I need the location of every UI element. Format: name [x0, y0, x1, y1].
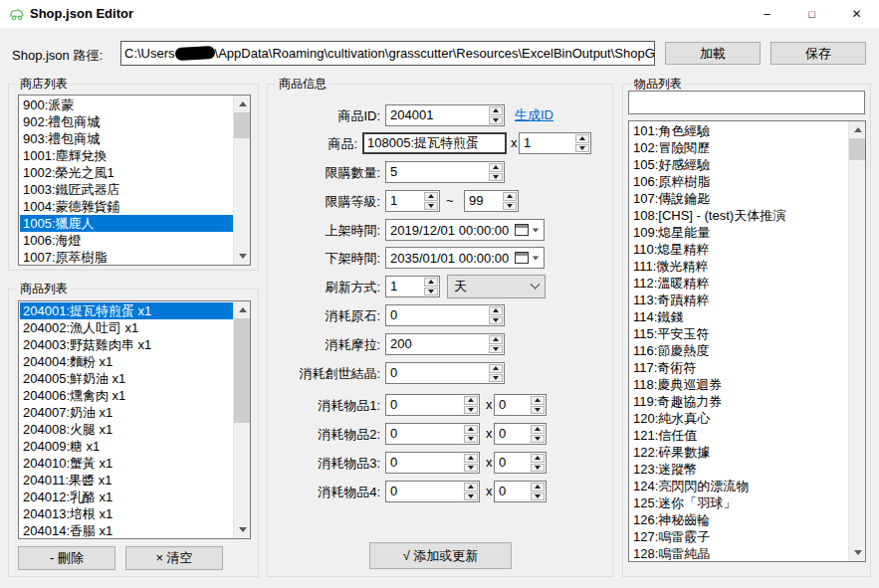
item-list-item[interactable]: 107:傳說鑰匙	[630, 190, 848, 207]
item-list-item[interactable]: 109:熄星能量	[630, 224, 848, 241]
shop-list-item[interactable]: 1004:蒙德雜貨鋪	[20, 198, 233, 215]
refresh-unit-select[interactable]: 天	[447, 275, 546, 298]
begin-time-value[interactable]: 2019/12/01 00:00:00	[390, 223, 515, 238]
item-list-item[interactable]: 124:亮閃閃的漂流物	[630, 478, 848, 494]
item-list-item[interactable]: 122:碎果數據	[630, 444, 848, 461]
item-list-item[interactable]: 108:[CHS] - (test)天体推演	[630, 207, 848, 224]
goods-list-item[interactable]: 204006:燻禽肉 x1	[20, 387, 233, 404]
spin-down-icon[interactable]	[489, 374, 503, 383]
item-list-item[interactable]: 102:冒險閱歷	[630, 139, 848, 156]
spin-down-icon[interactable]	[503, 202, 517, 211]
cost-item1-id-spinner[interactable]: 0	[385, 394, 480, 416]
goods-id-spinner[interactable]: 204001	[385, 104, 505, 126]
calendar-icon[interactable]	[515, 224, 529, 236]
spin-up-icon[interactable]	[424, 278, 438, 287]
scroll-thumb[interactable]	[849, 138, 866, 160]
spin-down-icon[interactable]	[464, 492, 478, 501]
spin-up-icon[interactable]	[464, 425, 478, 434]
buy-limit-value[interactable]: 5	[386, 162, 488, 182]
item-list-item[interactable]: 128:鳴雷純晶	[630, 545, 848, 560]
shop-list-item[interactable]: 1005:獵鹿人	[20, 215, 233, 232]
scroll-down-icon[interactable]	[234, 521, 251, 538]
cost-item4-id-spinner[interactable]: 0	[385, 481, 480, 502]
spin-down-icon[interactable]	[531, 435, 545, 444]
goods-list-item[interactable]: 204013:培根 x1	[20, 505, 233, 522]
spin-down-icon[interactable]	[424, 202, 438, 211]
end-time-picker[interactable]: 2035/01/01 00:00:00	[385, 247, 545, 269]
shop-list-item[interactable]: 1007:原萃樹脂	[20, 249, 233, 264]
goods-list-item[interactable]: 204010:蟹黃 x1	[20, 455, 233, 472]
goods-list-item[interactable]: 204014:香腸 x1	[20, 522, 233, 537]
item-list-item[interactable]: 106:原粹樹脂	[630, 173, 848, 190]
cost-scoin-value[interactable]: 200	[386, 334, 488, 354]
spin-up-icon[interactable]	[464, 396, 478, 405]
spin-up-icon[interactable]	[424, 192, 438, 201]
buy-limit-spinner[interactable]: 5	[385, 161, 505, 183]
generate-id-link[interactable]: 生成ID	[515, 107, 553, 123]
level-max-spinner[interactable]: 99	[464, 190, 519, 212]
maximize-button[interactable]: □	[789, 0, 834, 28]
item-list-item[interactable]: 119:奇趣協力券	[630, 393, 848, 410]
cost-item4-id[interactable]: 0	[386, 482, 463, 501]
goods-list-item[interactable]: 204002:漁人吐司 x1	[20, 319, 233, 336]
calendar-icon[interactable]	[515, 252, 529, 264]
level-max-value[interactable]: 99	[465, 191, 502, 211]
spin-down-icon[interactable]	[464, 406, 478, 415]
cost-item1-count-spinner[interactable]: 0	[494, 394, 547, 416]
shop-list-item[interactable]: 902:禮包商城	[20, 113, 233, 130]
item-list-item[interactable]: 110:熄星精粹	[630, 241, 848, 258]
goods-list-scrollbar[interactable]	[233, 301, 250, 538]
spin-up-icon[interactable]	[531, 425, 545, 434]
scroll-down-icon[interactable]	[849, 544, 866, 561]
spin-down-icon[interactable]	[531, 406, 545, 415]
cost-item3-id-spinner[interactable]: 0	[385, 452, 480, 474]
spin-down-icon[interactable]	[464, 435, 478, 444]
item-list-item[interactable]: 116:節慶熱度	[630, 342, 848, 359]
cost-mcoin-spinner[interactable]: 0	[385, 362, 505, 384]
item-list-scrollbar[interactable]	[848, 121, 865, 561]
item-listbox[interactable]: 101:角色經驗102:冒險閱歷105:好感經驗106:原粹樹脂107:傳說鑰匙…	[628, 120, 866, 562]
goods-list-item[interactable]: 204011:果醬 x1	[20, 472, 233, 489]
spin-up-icon[interactable]	[531, 396, 545, 405]
item-list-item[interactable]: 114:鐵錢	[630, 308, 848, 325]
level-min-value[interactable]: 1	[386, 191, 423, 211]
end-time-value[interactable]: 2035/01/01 00:00:00	[390, 251, 515, 266]
scroll-up-icon[interactable]	[849, 121, 866, 138]
spin-up-icon[interactable]	[503, 192, 517, 201]
item-search-input[interactable]	[628, 91, 865, 114]
cost-item3-count[interactable]: 0	[495, 453, 530, 473]
item-list-item[interactable]: 118:慶典巡迴券	[630, 376, 848, 393]
goods-list-item[interactable]: 204008:火腿 x1	[20, 421, 233, 438]
shop-list-item[interactable]: 900:派蒙	[20, 97, 233, 113]
shop-list-item[interactable]: 1006:海燈	[20, 232, 233, 249]
item-list-item[interactable]: 123:迷蹤幣	[630, 461, 848, 478]
item-list-item[interactable]: 117:奇術符	[630, 359, 848, 376]
spin-up-icon[interactable]	[489, 163, 503, 172]
spin-up-icon[interactable]	[464, 483, 478, 491]
goods-listbox[interactable]: 204001:提瓦特煎蛋 x1204002:漁人吐司 x1204003:野菇雞肉…	[18, 300, 251, 539]
scroll-thumb[interactable]	[234, 318, 251, 423]
level-min-spinner[interactable]: 1	[385, 190, 440, 212]
cost-item4-count-spinner[interactable]: 0	[494, 481, 547, 502]
goods-name-input[interactable]: 108005:提瓦特煎蛋	[362, 132, 507, 154]
spin-up-icon[interactable]	[531, 483, 545, 491]
spin-up-icon[interactable]	[531, 454, 545, 463]
spin-up-icon[interactable]	[575, 134, 589, 143]
delete-button[interactable]: - 刪除	[18, 546, 115, 570]
close-button[interactable]: ✕	[834, 0, 879, 28]
item-list-item[interactable]: 113:奇蹟精粹	[630, 292, 848, 308]
goods-list-item[interactable]: 204007:奶油 x1	[20, 404, 233, 421]
item-list-item[interactable]: 115:平安玉符	[630, 325, 848, 342]
refresh-value-spinner[interactable]: 1	[385, 276, 440, 297]
item-list-item[interactable]: 120:純水真心	[630, 410, 848, 427]
spin-up-icon[interactable]	[489, 364, 503, 373]
shop-list-item[interactable]: 1001:塵輝兌換	[20, 147, 233, 164]
item-list-item[interactable]: 125:迷你「羽球」	[630, 494, 848, 511]
clear-button[interactable]: × 清空	[125, 546, 223, 570]
spin-up-icon[interactable]	[489, 335, 503, 344]
goods-list-item[interactable]: 204003:野菇雞肉串 x1	[20, 336, 233, 353]
shop-list-item[interactable]: 1002:榮光之風1	[20, 164, 233, 181]
goods-list-item[interactable]: 204009:糖 x1	[20, 438, 233, 455]
cost-scoin-spinner[interactable]: 200	[385, 333, 505, 355]
begin-time-picker[interactable]: 2019/12/01 00:00:00	[385, 219, 545, 241]
